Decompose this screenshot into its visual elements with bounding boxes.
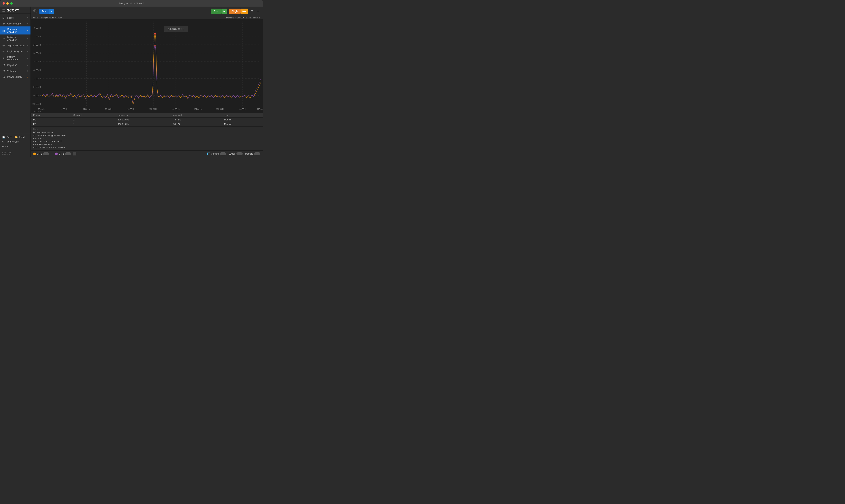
save-item[interactable]: 💾 Save 📂 Load [2, 135, 28, 139]
ch2-extra[interactable] [73, 152, 76, 156]
svg-text:106.00 Hz: 106.00 Hz [216, 108, 225, 110]
svg-text:-12.00 dB: -12.00 dB [33, 35, 41, 38]
load-icon: 📂 [15, 136, 18, 139]
row2-channel: 1 [71, 122, 115, 127]
chart-container[interactable]: 0.00 dB -12.00 dB -24.00 dB -36.00 dB -4… [31, 19, 263, 113]
svg-rect-0 [3, 31, 3, 32]
ch-separator [52, 152, 52, 156]
svg-point-7 [3, 70, 5, 72]
sidebar-item-pattern-generator[interactable]: Pattern Generator [0, 54, 31, 62]
print-button[interactable]: Print [39, 9, 49, 14]
sidebar-item-label-voltmeter: Voltmeter [7, 70, 25, 72]
notes-area: Notes DC gain measurement Vin = 0.5V + 2… [31, 127, 263, 150]
titlebar: Scopy - v1.4.1 - f4beeb1 [0, 0, 263, 6]
ch2-toggle[interactable] [65, 152, 71, 155]
table-row: M1 2 100.010 Hz -78.7241 Manual [31, 118, 263, 122]
window-title: Scopy - v1.4.1 - f4beeb1 [119, 2, 144, 5]
ch1-item[interactable]: CH 1 [33, 152, 49, 155]
status-bar: dBFS Sample: 76.41 % / 4096 Marker 1 -> … [31, 16, 263, 19]
home-icon [2, 16, 5, 19]
sidebar-item-signal-generator[interactable]: Signal Generator [0, 42, 31, 48]
sweep-label: Sweep [229, 152, 235, 155]
svg-rect-2 [4, 30, 4, 32]
single-dropdown-button[interactable]: ▶▶ [241, 8, 248, 14]
sidebar-item-label-siggen: Signal Generator [7, 44, 25, 47]
svg-rect-12 [31, 19, 263, 113]
sweep-toggle[interactable] [236, 152, 243, 155]
print-dropdown-button[interactable]: ▼ [49, 9, 54, 14]
markers-toggle[interactable] [254, 152, 260, 155]
save-label: Save [6, 136, 12, 139]
svg-text:-48.00 dB: -48.00 dB [33, 60, 41, 63]
preferences-item[interactable]: ⚙ Preferences [2, 139, 28, 144]
spectrum-icon [2, 29, 5, 32]
row1-channel: 2 [71, 118, 115, 122]
svg-text:100.00 Hz: 100.00 Hz [149, 108, 158, 110]
window-controls [3, 2, 13, 4]
markers-item[interactable]: Markers [245, 152, 260, 155]
cursors-item[interactable]: Cursors [207, 152, 226, 155]
power-icon [2, 75, 5, 78]
sidebar-item-oscilloscope[interactable]: Oscilloscope [0, 21, 31, 26]
voltmeter-dot [27, 70, 28, 72]
sidebar-item-label-network: Network Analyzer [7, 36, 25, 41]
svg-text:-24.00 dB: -24.00 dB [33, 43, 41, 46]
row1-type: Manual [222, 118, 263, 122]
menu-icon[interactable]: ☰ [256, 8, 260, 14]
svg-text:102.00 Hz: 102.00 Hz [172, 108, 180, 110]
run-button-group: Run ▶ [211, 8, 227, 14]
svg-text:-36.00 dB: -36.00 dB [33, 52, 41, 54]
col-channel: Channel [71, 113, 115, 118]
notes-text[interactable]: DC gain measurement Vin = 0.5V + 200mVpp… [33, 131, 260, 149]
sidebar: ☰ SCOPY Home Os [0, 6, 31, 157]
info-button[interactable]: ⓘ [33, 9, 37, 13]
digital-dot [27, 65, 28, 66]
ch2-color-dot [55, 152, 58, 155]
status-left: dBFS Sample: 76.41 % / 4096 [33, 17, 63, 19]
hamburger-icon[interactable]: ☰ [2, 8, 5, 13]
marker-info: Marker 1 -> 100.010 Hz -78.724 dBFS [226, 17, 260, 19]
sidebar-item-network-analyzer[interactable]: Network Analyzer [0, 35, 31, 42]
cursors-toggle[interactable] [220, 152, 226, 155]
network-dot [27, 38, 28, 39]
svg-text:90.00 Hz: 90.00 Hz [38, 108, 45, 110]
settings-icon[interactable]: ⚙ [250, 8, 254, 14]
row1-marker: M1 [31, 118, 71, 122]
sidebar-item-spectrum-analyzer[interactable]: Spectrum Analyzer [0, 26, 31, 35]
ch2-item[interactable]: CH 2 [55, 152, 76, 156]
sidebar-bottom: 💾 Save 📂 Load ⚙ Preferences About [0, 133, 31, 150]
maximize-button[interactable] [10, 2, 13, 4]
osc-dot [27, 23, 28, 24]
svg-text:(101.1926, -4.6111): (101.1926, -4.6111) [168, 28, 184, 30]
sweep-item[interactable]: Sweep [229, 152, 243, 155]
single-button-group: Single ▶▶ [229, 8, 248, 14]
sidebar-item-logic-analyzer[interactable]: Logic Analyzer [0, 48, 31, 54]
run-dropdown-button[interactable]: ▶ [222, 8, 227, 14]
digital-icon [2, 64, 5, 67]
about-item[interactable]: About [2, 144, 28, 148]
main-layout: ☰ SCOPY Home Os [0, 6, 263, 157]
sidebar-item-power-supply[interactable]: Power Supply ▶ [0, 74, 31, 80]
close-button[interactable] [3, 2, 5, 4]
sidebar-item-voltmeter[interactable]: Voltmeter [0, 68, 31, 74]
sidebar-item-label-logic: Logic Analyzer [7, 50, 25, 53]
col-marker: Marker [31, 113, 71, 118]
single-button[interactable]: Single [229, 8, 241, 14]
sidebar-item-label-spectrum: Spectrum Analyzer [7, 28, 25, 33]
preferences-icon: ⚙ [2, 140, 4, 143]
table-row: M1 1 100.010 Hz -50.174 Manual [31, 122, 263, 127]
sidebar-item-home[interactable]: Home [0, 15, 31, 21]
sidebar-item-label-pattern: Pattern Generator [7, 55, 25, 61]
row2-marker: M1 [31, 122, 71, 127]
svg-text:-108.00 dB: -108.00 dB [32, 103, 41, 105]
channel-bar: CH 1 CH 2 Cursors Sweep [31, 150, 263, 157]
svg-rect-4 [5, 31, 5, 32]
ch1-toggle[interactable] [43, 152, 49, 155]
cursors-checkbox[interactable] [207, 152, 210, 155]
minimize-button[interactable] [6, 2, 9, 4]
sidebar-items: Home Oscilloscope [0, 14, 31, 133]
sidebar-item-digital-io[interactable]: Digital IO [0, 62, 31, 68]
siggen-icon [2, 44, 5, 47]
run-button[interactable]: Run [211, 8, 222, 14]
preferences-label: Preferences [6, 140, 19, 143]
